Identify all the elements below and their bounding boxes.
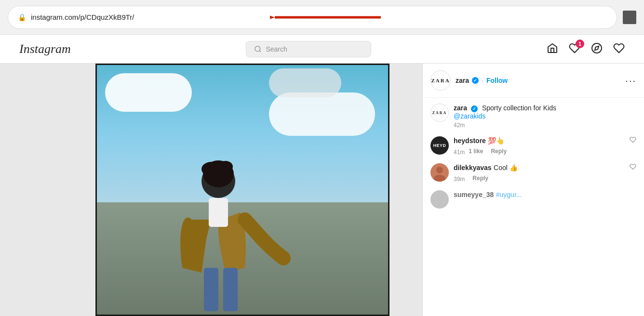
caption-verified: ✓ bbox=[471, 105, 478, 112]
comment-2-reply[interactable]: Reply bbox=[472, 175, 488, 182]
follow-button[interactable]: Follow bbox=[486, 77, 508, 84]
search-placeholder: Search bbox=[266, 45, 287, 53]
comment-1-time: 41m bbox=[454, 149, 465, 156]
explore-icon bbox=[591, 42, 603, 54]
browser-chrome: 🔒 instagram.com/p/CDquzXkB9Tr/ bbox=[0, 0, 644, 35]
comment-3-username[interactable]: sumeyye_38 bbox=[454, 191, 494, 198]
comment-1-reply[interactable]: Reply bbox=[491, 148, 507, 155]
comments-area: ZARA zara ✓ Sporty collection for Kids @… bbox=[423, 98, 644, 316]
svg-point-4 bbox=[592, 43, 602, 53]
post-caption: ZARA zara ✓ Sporty collection for Kids @… bbox=[430, 104, 636, 129]
svg-point-14 bbox=[436, 167, 443, 173]
browser-square-button bbox=[623, 11, 636, 24]
nav-icons: 1 bbox=[547, 42, 625, 56]
lock-icon: 🔒 bbox=[18, 13, 26, 21]
caption-avatar[interactable]: ZARA bbox=[430, 104, 449, 122]
comment-2-meta: 39m Reply bbox=[454, 174, 625, 183]
explore-nav[interactable] bbox=[591, 42, 603, 56]
comment-1-avatar[interactable]: HEYD bbox=[430, 136, 449, 155]
more-options-button[interactable]: ··· bbox=[625, 76, 636, 85]
post-details-panel: ZARA zara ✓ · Follow ··· ZARA zara ✓ Spo… bbox=[422, 64, 644, 316]
address-bar[interactable]: 🔒 instagram.com/p/CDquzXkB9Tr/ bbox=[8, 6, 617, 29]
post-username[interactable]: zara bbox=[456, 77, 469, 84]
comment-2-avatar[interactable] bbox=[430, 163, 449, 182]
heart-nav[interactable] bbox=[613, 42, 625, 56]
comment-1-text: 💯👆 bbox=[488, 137, 504, 145]
svg-marker-5 bbox=[595, 46, 599, 50]
comment-1-likes[interactable]: 1 like bbox=[469, 148, 483, 155]
caption-text: Sporty collection for Kids bbox=[482, 104, 556, 112]
comment-2-avatar-img bbox=[430, 163, 449, 182]
caption-tag[interactable]: @zarakids bbox=[454, 112, 636, 120]
home-nav[interactable] bbox=[547, 42, 558, 56]
main-content: ZARA zara ✓ · Follow ··· ZARA zara ✓ Spo… bbox=[0, 64, 644, 316]
search-bar[interactable]: Search bbox=[246, 41, 371, 57]
post-user-avatar[interactable]: ZARA bbox=[430, 70, 451, 91]
comment-3-partial: sumeyye_38 #uygur... bbox=[430, 190, 636, 209]
instagram-logo[interactable]: Instagram bbox=[19, 42, 71, 56]
activity-badge: 1 bbox=[576, 40, 584, 48]
home-icon bbox=[547, 42, 558, 54]
comment-3-body: sumeyye_38 #uygur... bbox=[454, 190, 636, 199]
image-border bbox=[95, 64, 389, 316]
comment-1-username[interactable]: heydstore bbox=[454, 137, 486, 145]
instagram-header: Instagram Search 1 bbox=[0, 35, 644, 64]
svg-point-2 bbox=[255, 46, 260, 52]
heart-icon bbox=[613, 42, 625, 54]
verified-badge: ✓ bbox=[472, 77, 479, 84]
caption-body: zara ✓ Sporty collection for Kids @zarak… bbox=[454, 104, 636, 129]
comment-3-text: #uygur... bbox=[496, 191, 522, 198]
svg-line-3 bbox=[260, 51, 261, 52]
url-text: instagram.com/p/CDquzXkB9Tr/ bbox=[31, 13, 607, 21]
comment-2-time: 39m bbox=[454, 176, 465, 183]
comment-3-avatar[interactable] bbox=[430, 190, 449, 209]
comment-2: dilekkyavas Cool 👍 39m Reply bbox=[430, 163, 636, 183]
comment-2-body: dilekkyavas Cool 👍 39m Reply bbox=[454, 163, 625, 183]
comment-1-body: heydstore 💯👆 41m 1 like Reply bbox=[454, 136, 625, 156]
dot-separator: · bbox=[482, 77, 483, 84]
comment-1-meta: 41m 1 like Reply bbox=[454, 147, 625, 156]
post-image bbox=[95, 64, 389, 316]
caption-username[interactable]: zara bbox=[454, 104, 467, 112]
comment-2-text: Cool 👍 bbox=[494, 164, 518, 171]
comment-1-like-icon[interactable] bbox=[630, 136, 636, 145]
post-user-info: zara ✓ · Follow bbox=[456, 77, 620, 84]
search-icon bbox=[254, 45, 262, 53]
caption-time: 42m bbox=[454, 122, 636, 129]
comment-2-like-icon[interactable] bbox=[630, 163, 636, 171]
post-image-area bbox=[0, 64, 422, 316]
post-header: ZARA zara ✓ · Follow ··· bbox=[423, 64, 644, 98]
activity-nav[interactable]: 1 bbox=[569, 42, 580, 56]
comment-2-username[interactable]: dilekkyavas bbox=[454, 164, 492, 171]
comment-1: HEYD heydstore 💯👆 41m 1 like Reply bbox=[430, 136, 636, 156]
